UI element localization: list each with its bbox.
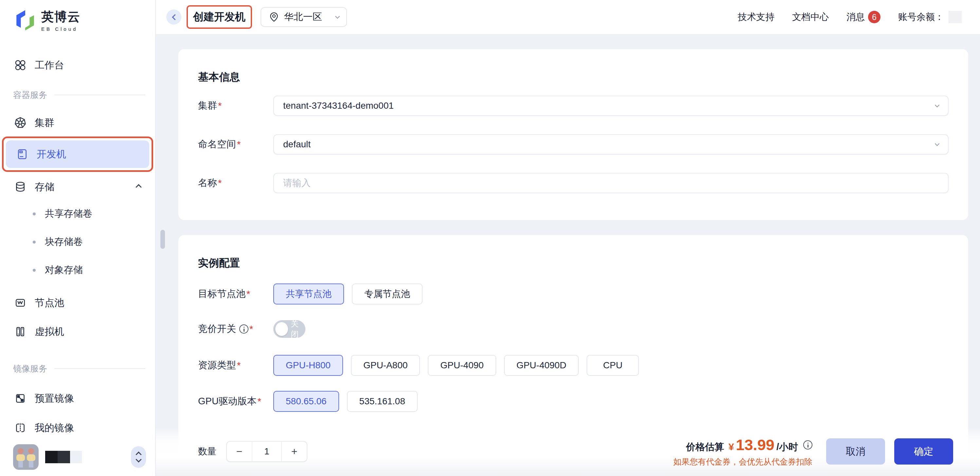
cluster-label: 集群* [198, 99, 273, 112]
sidebar-item-label: 存储 [35, 180, 54, 194]
scrollbar-thumb[interactable] [161, 230, 165, 249]
target-pool-row: 目标节点池* 共享节点池 专属节点池 [198, 283, 948, 304]
message-count-badge: 6 [868, 11, 880, 23]
sidebar-item-label: 集群 [35, 116, 54, 130]
pool-option-dedicated[interactable]: 专属节点池 [352, 283, 423, 304]
database-icon [14, 181, 26, 193]
confirm-button[interactable]: 确定 [894, 438, 953, 465]
quantity-increase-button[interactable]: + [282, 442, 307, 461]
node-pool-icon [14, 297, 26, 309]
kubernetes-icon [14, 117, 26, 129]
dev-machine-icon [16, 148, 28, 160]
my-image-icon [14, 422, 26, 434]
info-icon[interactable] [239, 325, 248, 334]
chevron-down-icon [135, 456, 142, 462]
balance-redacted [948, 11, 962, 23]
sidebar-item-cluster[interactable]: 集群 [0, 112, 155, 133]
support-link[interactable]: 技术支持 [738, 11, 775, 23]
sidebar-item-preset-image[interactable]: 预置镜像 [0, 388, 155, 409]
required-mark: * [237, 360, 240, 371]
price-value: 13.99 [736, 436, 775, 454]
resource-option-gpu-h800[interactable]: GPU-H800 [273, 355, 343, 376]
bullet-icon [33, 269, 36, 272]
pool-option-shared[interactable]: 共享节点池 [273, 283, 344, 304]
sidebar-user-row [13, 444, 146, 470]
price-estimate-label: 价格估算 [686, 441, 724, 454]
sidebar-item-shared-volume[interactable]: 共享存储卷 [0, 205, 155, 223]
quantity-value: 1 [252, 442, 282, 461]
region-selector[interactable]: 华北一区 [261, 7, 347, 27]
sidebar-item-label: 虚拟机 [35, 325, 64, 339]
avatar-figure [16, 448, 25, 470]
driver-option-580[interactable]: 580.65.06 [273, 391, 339, 412]
virtual-machine-icon [14, 326, 26, 337]
price-block: 价格估算 ¥ 13.99 /小时 如果您有代金券，会优先从代金券扣除 [673, 436, 812, 467]
resource-option-cpu[interactable]: CPU [587, 355, 639, 376]
balance-label: 账号余额： [898, 11, 944, 23]
cancel-button[interactable]: 取消 [826, 438, 885, 465]
avatar-figure [26, 448, 36, 470]
brand-name: 英博云 [41, 8, 81, 25]
back-button[interactable] [166, 10, 181, 25]
required-mark: * [218, 100, 221, 111]
namespace-label: 命名空间* [198, 138, 273, 151]
brand-logo: 英博云 EB Cloud [14, 8, 155, 32]
annotation-box-dev-machine: 开发机 [2, 137, 153, 172]
page-title: 创建开发机 [193, 10, 245, 24]
required-mark: * [250, 324, 253, 334]
section-divider [54, 368, 145, 369]
workbench-icon [14, 59, 26, 71]
sidebar-item-dev-machine[interactable]: 开发机 [6, 140, 149, 168]
preset-image-icon [14, 393, 26, 404]
sidebar-item-label: 我的镜像 [35, 421, 74, 435]
required-mark: * [218, 178, 221, 189]
toggle-state-label: 关闭 [291, 318, 305, 339]
sidebar-item-label: 节点池 [35, 296, 64, 310]
spot-toggle[interactable]: 关闭 [273, 320, 305, 338]
sidebar-item-my-image[interactable]: 我的镜像 [0, 417, 155, 438]
region-label: 华北一区 [284, 11, 322, 24]
sidebar: 英博云 EB Cloud 工作台 容器服务 集群 [0, 0, 156, 476]
sidebar-item-label: 预置镜像 [35, 392, 74, 405]
sidebar-section-container-services: 容器服务 [13, 90, 155, 100]
docs-link[interactable]: 文档中心 [792, 11, 829, 23]
cluster-row: 集群* tenant-37343164-demo001 [198, 96, 948, 116]
quantity-stepper: − 1 + [226, 441, 307, 462]
sidebar-item-block-volume[interactable]: 块存储卷 [0, 233, 155, 251]
avatar[interactable] [13, 444, 39, 470]
driver-option-535[interactable]: 535.161.08 [347, 391, 418, 412]
cluster-select[interactable]: tenant-37343164-demo001 [273, 96, 948, 116]
sidebar-item-label: 对象存储 [45, 264, 83, 277]
username-redacted [45, 451, 82, 463]
resource-type-row: 资源类型* GPU-H800 GPU-A800 GPU-4090 GPU-409… [198, 355, 948, 376]
account-switcher-button[interactable] [131, 446, 146, 468]
sidebar-item-workbench[interactable]: 工作台 [0, 55, 155, 76]
resource-option-gpu-a800[interactable]: GPU-A800 [351, 355, 420, 376]
sidebar-item-label: 开发机 [37, 148, 66, 161]
sidebar-item-storage[interactable]: 存储 [0, 177, 155, 197]
cluster-value: tenant-37343164-demo001 [283, 100, 394, 111]
spot-switch-row: 竞价开关 * 关闭 [198, 320, 948, 338]
sidebar-item-virtual-machine[interactable]: 虚拟机 [0, 321, 155, 342]
chevron-left-icon [172, 14, 178, 20]
resource-option-gpu-4090d[interactable]: GPU-4090D [504, 355, 579, 376]
sidebar-item-node-pool[interactable]: 节点池 [0, 292, 155, 313]
voucher-note: 如果您有代金券，会优先从代金券扣除 [673, 456, 812, 467]
namespace-select[interactable]: default [273, 134, 948, 154]
quantity-decrease-button[interactable]: − [227, 442, 252, 461]
quantity-group: 数量 − 1 + [198, 441, 307, 462]
basic-info-card: 基本信息 集群* tenant-37343164-demo001 命名空间* [178, 49, 968, 220]
main-content: 基本信息 集群* tenant-37343164-demo001 命名空间* [156, 35, 980, 476]
bullet-icon [33, 212, 36, 215]
driver-version-row: GPU驱动版本* 580.65.06 535.161.08 [198, 391, 948, 412]
required-mark: * [237, 139, 240, 150]
price-info-icon[interactable] [803, 440, 812, 449]
required-mark: * [247, 289, 250, 299]
name-input[interactable] [273, 173, 948, 193]
namespace-value: default [283, 139, 311, 150]
sidebar-item-object-storage[interactable]: 对象存储 [0, 261, 155, 279]
resource-option-gpu-4090[interactable]: GPU-4090 [428, 355, 496, 376]
driver-version-label: GPU驱动版本* [198, 395, 273, 408]
messages-link[interactable]: 消息 6 [846, 11, 880, 23]
messages-label: 消息 [846, 11, 865, 23]
